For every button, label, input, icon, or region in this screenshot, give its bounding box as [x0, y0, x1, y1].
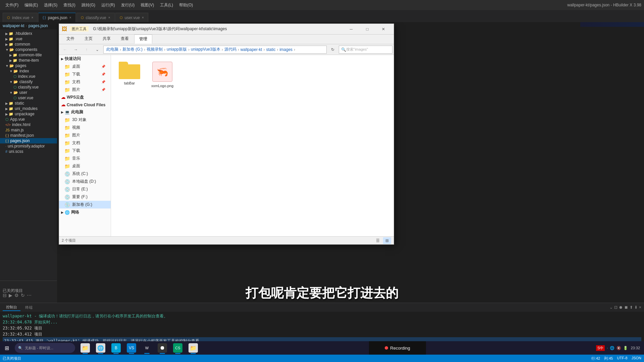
nav-network[interactable]: ▶ 🌐 网络 — [59, 208, 111, 216]
nav-docs-pc[interactable]: 📁 文档 — [59, 139, 111, 147]
tab-close-active-icon[interactable]: × — [69, 16, 71, 19]
more-icon[interactable]: ⋯ — [27, 293, 32, 298]
menu-help[interactable]: 帮助(O) — [176, 2, 196, 9]
tab-pages-json[interactable]: { } pages.json × — [38, 13, 75, 22]
maximize-button[interactable]: □ — [360, 24, 375, 34]
breadcrumb-pages-json[interactable]: pages.json — [29, 23, 48, 28]
tree-user-vue[interactable]: ⬡ user.vue — [0, 95, 57, 101]
tree-unpackage[interactable]: ▶ 📁 unpackage — [0, 111, 57, 117]
menu-view[interactable]: 视图(V) — [138, 2, 157, 9]
tree-common-title[interactable]: ▶ 📁 common-title — [0, 52, 57, 58]
panel-record-icon[interactable]: ⏺ — [619, 305, 623, 310]
taskbar-app-wallpaper[interactable]: W — [140, 341, 154, 355]
tab-user-vue[interactable]: ⬡ user.vue × — [115, 13, 148, 22]
panel-split-icon[interactable]: ⊡ — [614, 305, 618, 310]
nav-desktop[interactable]: 📁 桌面 📌 — [59, 63, 111, 70]
ime-icon[interactable]: S中 — [596, 345, 605, 351]
volume-icon[interactable]: 🔇 — [616, 346, 621, 350]
fe-ribbon-tab-home[interactable]: 主页 — [80, 35, 97, 44]
tree-components[interactable]: ▼ 📂 components — [0, 47, 57, 52]
taskbar-app-vscode[interactable]: VS — [124, 341, 139, 355]
tree-vue[interactable]: ▶ 📁 .vue — [0, 36, 57, 42]
nav-creative-cloud[interactable]: ☁ Creative Cloud Files — [59, 101, 111, 108]
tree-pages-json[interactable]: { } pages.json — [0, 138, 57, 143]
nav-quick-access[interactable]: ▶ 快速访问 — [59, 55, 111, 63]
tab-terminal[interactable]: 终端 — [22, 304, 36, 311]
tree-user-folder[interactable]: ▼ 📂 user — [0, 90, 57, 95]
tree-hbuilderx[interactable]: ▶ 📁 .hbuilderx — [0, 31, 57, 36]
nav-drive-e[interactable]: 💿 日常 (E:) — [59, 185, 111, 193]
taskbar-app-explorer2[interactable]: 📁 — [186, 341, 201, 355]
tree-index-html[interactable]: </> index.html — [0, 122, 57, 127]
nav-this-pc[interactable]: ▶ 💻 此电脑 — [59, 108, 111, 116]
taskbar-app-bili[interactable]: B — [109, 341, 123, 355]
nav-drive-g[interactable]: 💿 新加卷 (G:) — [59, 201, 111, 208]
breadcrumb-wallpaper[interactable]: wallpaper-kt — [3, 23, 24, 28]
menu-find[interactable]: 查找(I) — [61, 2, 78, 9]
nav-documents[interactable]: 📁 文档 📌 — [59, 78, 111, 86]
path-pc[interactable]: 此电脑 — [106, 47, 119, 52]
fe-ribbon-tab-file[interactable]: 文件 — [62, 35, 79, 44]
panel-expand-icon[interactable]: ⬆ — [630, 305, 633, 310]
menu-run[interactable]: 运行(R) — [99, 2, 118, 9]
nav-recent-button[interactable]: ⌄ — [93, 46, 102, 54]
tree-main-js[interactable]: JS main.js — [0, 127, 57, 133]
menu-jump[interactable]: 跳转(G) — [79, 2, 98, 9]
panel-collapse-icon[interactable]: ⬇ — [634, 305, 638, 310]
tab-classify-vue[interactable]: ⬡ classify.vue × — [76, 13, 115, 22]
nav-music[interactable]: 📁 音乐 — [59, 155, 111, 162]
nav-downloads-pc[interactable]: 📁 下载 — [59, 147, 111, 155]
nav-drive-f[interactable]: 💿 重要 (F:) — [59, 193, 111, 201]
tree-index-vue[interactable]: ⬡ index.vue — [0, 74, 57, 79]
nav-3d-objects[interactable]: 📁 3D 对象 — [59, 116, 111, 124]
menu-select[interactable]: 选择(S) — [41, 2, 60, 9]
minimize-button[interactable]: ─ — [343, 24, 359, 34]
path-wallpaper[interactable]: wallpaper-kt — [240, 47, 263, 52]
tab-index-vue[interactable]: ⬡ index.vue × — [3, 13, 38, 22]
tree-classify-vue[interactable]: ⬡ classify.vue — [0, 84, 57, 90]
path-drive[interactable]: 新加卷 (G:) — [122, 47, 143, 52]
tree-pages[interactable]: ▼ 📂 pages — [0, 63, 57, 68]
nav-desktop-pc[interactable]: 📁 桌面 — [59, 162, 111, 170]
run-icon[interactable]: ▶ — [9, 293, 12, 298]
taskbar-app-chrome[interactable]: 🌐 — [93, 341, 108, 355]
grid-view-button[interactable]: ⊞ — [383, 237, 391, 244]
tab-close-2-icon[interactable]: × — [108, 16, 110, 19]
fe-ribbon-tab-manage[interactable]: 管理 — [134, 35, 152, 44]
tree-uni-promisify[interactable]: · uni.promisify.adaptor — [0, 143, 57, 149]
tree-classify-folder[interactable]: ▼ 📂 classify — [0, 79, 57, 84]
nav-video[interactable]: 📁 视频 — [59, 124, 111, 131]
tree-static[interactable]: ▶ 📁 static — [0, 101, 57, 106]
panel-close-icon[interactable]: × — [639, 305, 641, 310]
taskbar-search[interactable]: 🔍 无标题 - 即时设... — [15, 343, 75, 353]
taskbar-app-explorer[interactable]: 📁 — [78, 341, 93, 355]
nav-download[interactable]: 📁 下载 📌 — [59, 70, 111, 78]
nav-pictures-pc[interactable]: 📁 图片 — [59, 131, 111, 139]
tree-app-vue[interactable]: ⬡ App.vue — [0, 117, 57, 122]
menu-tools[interactable]: 工具(L) — [157, 2, 176, 9]
menu-edit[interactable]: 编辑(E) — [22, 2, 41, 9]
path-images[interactable]: images — [279, 47, 293, 52]
panel-down-icon[interactable]: ⌄ — [609, 305, 613, 310]
path-recording[interactable]: 视频录制 — [146, 47, 163, 52]
settings-icon[interactable]: ⚙ — [14, 293, 19, 298]
nav-pictures[interactable]: 📁 图片 📌 — [59, 86, 111, 94]
nav-drive-c[interactable]: 💿 系统 (C:) — [59, 170, 111, 178]
close-button[interactable]: ✕ — [376, 24, 391, 34]
battery-icon[interactable]: 🔋 — [623, 346, 628, 350]
fe-ribbon-tab-share[interactable]: 共享 — [98, 35, 115, 44]
tree-uni-scss[interactable]: # uni.scss — [0, 149, 57, 154]
refresh-button[interactable]: ↻ — [328, 46, 337, 54]
recording-badge[interactable]: Recording — [369, 341, 426, 355]
fe-search-box[interactable]: 🔍 搜索"images" — [339, 46, 392, 54]
taskbar-app-camtasia[interactable]: CS — [170, 341, 185, 355]
tree-theme-item[interactable]: ▶ 📁 theme-item — [0, 58, 57, 63]
tree-uni-modules[interactable]: ▶ 📁 uni_modules — [0, 106, 57, 111]
menu-file[interactable]: 文件(F) — [3, 2, 21, 9]
terminal-icon[interactable]: ⊟ — [3, 293, 7, 298]
tree-common[interactable]: ▶ 📁 common — [0, 42, 57, 47]
tab-close-3-icon[interactable]: × — [142, 16, 144, 19]
list-view-button[interactable]: ☰ — [374, 237, 382, 244]
fe-address-path[interactable]: 此电脑 › 新加卷 (G:) › 视频录制 › uniapp新版 › uniap… — [103, 46, 327, 54]
nav-forward-button[interactable]: → — [71, 46, 80, 54]
